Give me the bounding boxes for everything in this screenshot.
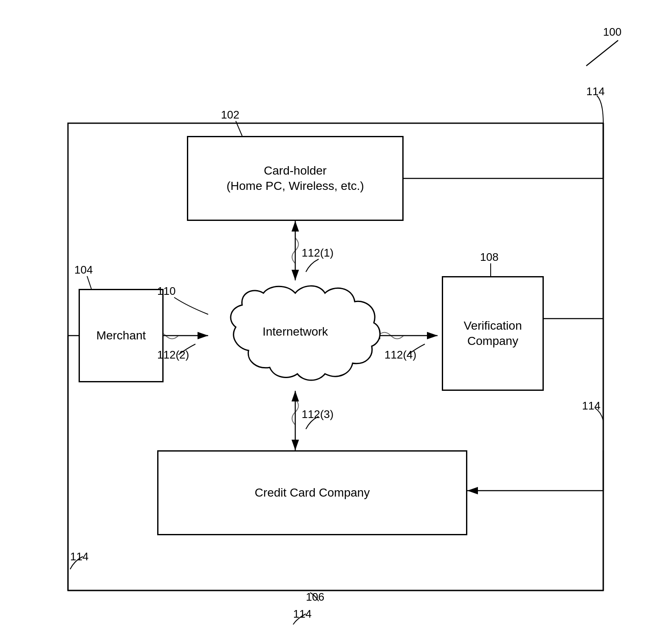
- merchant-box: Merchant: [79, 289, 164, 382]
- creditcard-box: Credit Card Company: [157, 450, 467, 535]
- diagram: 100: [0, 0, 664, 644]
- cardholder-box: Card-holder(Home PC, Wireless, etc.): [187, 136, 404, 221]
- verification-box: VerificationCompany: [442, 276, 544, 391]
- label-112-2: 112(2): [157, 348, 189, 362]
- label-114-top: 114: [586, 85, 605, 98]
- label-110: 110: [157, 285, 175, 298]
- cardholder-label: Card-holder(Home PC, Wireless, etc.): [226, 163, 364, 194]
- label-100: 100: [603, 25, 622, 39]
- label-112-3: 112(3): [302, 408, 333, 421]
- label-104: 104: [74, 263, 93, 277]
- label-106: 106: [306, 590, 324, 604]
- label-112-1: 112(1): [302, 246, 333, 260]
- label-114-bottom: 114: [293, 607, 311, 621]
- creditcard-label: Credit Card Company: [255, 485, 370, 500]
- verification-label: VerificationCompany: [464, 318, 522, 349]
- svg-line-2: [586, 40, 618, 66]
- label-102: 102: [221, 108, 239, 121]
- svg-line-18: [87, 276, 91, 289]
- label-114-right2: 114: [582, 399, 600, 412]
- merchant-label: Merchant: [96, 328, 146, 343]
- label-108: 108: [480, 251, 498, 264]
- svg-line-17: [236, 121, 242, 136]
- label-114-left: 114: [70, 550, 88, 563]
- svg-text:Internetwork: Internetwork: [263, 325, 328, 338]
- internetwork-cloud: Internetwork: [208, 280, 382, 395]
- label-112-4: 112(4): [384, 348, 416, 362]
